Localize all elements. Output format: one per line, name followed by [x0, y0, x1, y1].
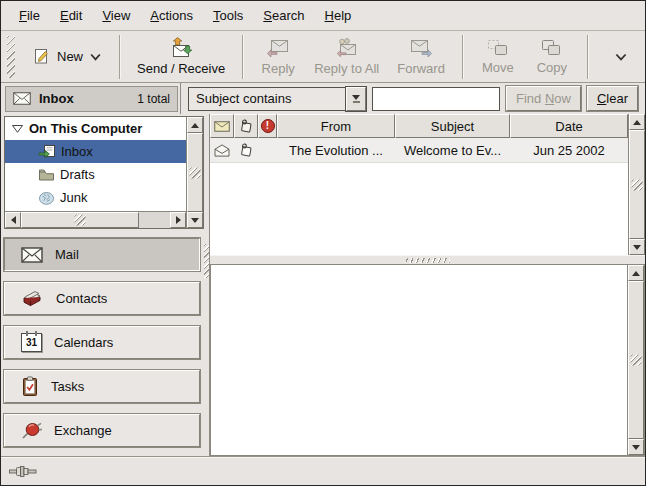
column-header-subject[interactable]: Subject [395, 114, 510, 138]
message-read-status [210, 138, 234, 162]
scroll-up-button[interactable] [628, 265, 644, 281]
attachment-clip-icon [239, 119, 254, 134]
shortcut-buttons: Mail Contacts 31 Calendars [4, 238, 204, 447]
shortcut-mail[interactable]: Mail [4, 238, 200, 271]
send-receive-button[interactable]: Send / Receive [128, 35, 234, 78]
right-panel: ! From Subject Date [209, 114, 645, 456]
search-criteria-combo[interactable]: Subject contains [188, 87, 366, 111]
message-list-scrollbar[interactable] [628, 114, 645, 255]
preview-scrollbar[interactable] [628, 264, 645, 456]
reply-button[interactable]: Reply [251, 36, 305, 78]
folder-tree: On This Computer Inbox Dra [4, 116, 204, 229]
scrollbar-track[interactable] [139, 212, 170, 228]
shortcut-contacts[interactable]: Contacts [4, 282, 200, 315]
search-criteria-value[interactable]: Subject contains [188, 87, 346, 111]
mail-envelope-icon [21, 247, 43, 263]
move-button[interactable]: Move [471, 37, 525, 77]
arrow-up-icon [633, 120, 641, 125]
column-header-label: Date [555, 119, 582, 134]
copy-button[interactable]: Copy [525, 37, 579, 77]
combo-dropdown-button[interactable] [346, 87, 366, 111]
message-date: Jun 25 2002 [510, 138, 628, 162]
splitter-grip [204, 244, 209, 278]
shortcut-calendars[interactable]: 31 Calendars [4, 326, 200, 359]
forward-button[interactable]: Forward [388, 36, 454, 78]
shortcut-tasks[interactable]: Tasks [4, 370, 200, 403]
folder-message-count: 1 total [137, 92, 170, 106]
envelope-status-icon [214, 121, 230, 132]
tree-vertical-scrollbar[interactable] [186, 117, 203, 228]
scroll-left-button[interactable] [5, 212, 21, 228]
toolbar-grip-handle[interactable] [7, 36, 15, 78]
header-row: Inbox 1 total Subject contains Find Now … [1, 83, 645, 114]
menubar: File Edit View Actions Tools Search Help [1, 1, 645, 31]
column-header-from[interactable]: From [277, 114, 395, 138]
find-now-button[interactable]: Find Now [506, 86, 581, 111]
tree-node-junk[interactable]: Junk [5, 186, 186, 209]
menu-view[interactable]: View [92, 3, 140, 28]
scrollbar-thumb[interactable] [628, 281, 644, 439]
toolbar-separator [462, 35, 463, 79]
junk-icon [38, 191, 55, 205]
folder-header: Inbox 1 total [1, 83, 181, 114]
thumb-grip [632, 179, 643, 190]
evolution-window: File Edit View Actions Tools Search Help… [0, 0, 646, 486]
arrow-right-icon [176, 216, 181, 224]
toolbar-separator [587, 35, 588, 79]
menu-help[interactable]: Help [315, 3, 362, 28]
scroll-down-button[interactable] [629, 239, 645, 255]
tree-node-on-this-computer[interactable]: On This Computer [5, 117, 186, 140]
message-row[interactable]: The Evolution ... Welcome to Ev... Jun 2… [210, 138, 628, 163]
search-bar: Subject contains Find Now Clear [181, 83, 645, 114]
scrollbar-thumb[interactable] [21, 212, 139, 228]
thumb-grip [75, 215, 86, 226]
toolbar-separator [119, 35, 120, 79]
search-input[interactable] [372, 87, 500, 111]
message-subject: Welcome to Ev... [395, 138, 510, 162]
reply-to-all-button[interactable]: Reply to All [305, 36, 388, 78]
tree-node-drafts[interactable]: Drafts [5, 163, 186, 186]
column-header-attachment[interactable] [234, 114, 258, 138]
scroll-down-button[interactable] [187, 212, 203, 228]
preview-splitter[interactable] [210, 255, 645, 264]
scroll-down-button[interactable] [628, 439, 644, 455]
scroll-up-button[interactable] [629, 114, 645, 130]
message-attachment-indicator [234, 138, 258, 162]
menu-actions[interactable]: Actions [140, 3, 203, 28]
forward-label: Forward [397, 61, 445, 76]
message-list: ! From Subject Date [210, 114, 645, 255]
column-header-status[interactable] [210, 114, 234, 138]
scroll-right-button[interactable] [170, 212, 186, 228]
new-button[interactable]: New [23, 42, 111, 71]
thumb-grip [631, 355, 642, 366]
column-header-label: From [321, 119, 351, 134]
exchange-plug-icon [21, 421, 42, 440]
calendar-day-number: 31 [26, 337, 37, 348]
clear-button[interactable]: Clear [587, 86, 638, 111]
message-preview-pane[interactable] [210, 264, 628, 456]
scrollbar-thumb[interactable] [187, 133, 203, 212]
toolbar-overflow-chevron-icon[interactable] [611, 49, 631, 65]
scroll-up-button[interactable] [187, 117, 203, 133]
menu-tools[interactable]: Tools [203, 3, 253, 28]
tree-horizontal-scrollbar[interactable] [5, 211, 186, 228]
vertical-splitter[interactable] [204, 114, 209, 456]
online-status-connector-icon[interactable] [9, 465, 37, 478]
column-header-important[interactable]: ! [258, 114, 277, 138]
tree-node-inbox[interactable]: Inbox [5, 140, 186, 163]
menu-edit[interactable]: Edit [50, 3, 92, 28]
expander-triangle-icon[interactable] [11, 124, 24, 134]
reply-icon [266, 38, 290, 58]
chevron-down-icon[interactable] [90, 53, 101, 61]
shortcut-exchange[interactable]: Exchange [4, 414, 200, 447]
column-header-date[interactable]: Date [510, 114, 628, 138]
menu-search[interactable]: Search [253, 3, 314, 28]
message-list-empty-area[interactable] [210, 163, 628, 255]
forward-icon [409, 38, 433, 58]
scrollbar-thumb[interactable] [629, 130, 645, 239]
arrow-up-icon [191, 123, 199, 128]
menu-file[interactable]: File [9, 3, 50, 28]
find-now-label: Find Now [516, 91, 571, 106]
message-list-header: ! From Subject Date [210, 114, 628, 138]
reply-label: Reply [262, 61, 295, 76]
